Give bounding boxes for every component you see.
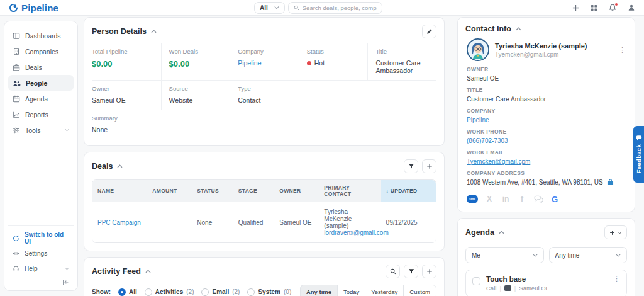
sidebar-item-companies[interactable]: Companies: [8, 43, 74, 59]
edit-person-button[interactable]: [422, 25, 436, 38]
search-scope-select[interactable]: All: [254, 2, 285, 14]
google-icon[interactable]: G: [550, 194, 560, 204]
agenda-panel: Agenda Me Any time: [457, 218, 635, 296]
notification-badge: [614, 3, 618, 6]
help-label: Help: [25, 265, 38, 272]
reports-icon: [13, 111, 20, 118]
add-agenda-button[interactable]: [604, 225, 627, 239]
company-link[interactable]: Pipeline: [238, 59, 292, 67]
column-header-stage[interactable]: STAGE: [233, 180, 275, 202]
deals-filter-button[interactable]: [404, 159, 418, 173]
sidebar-collapse-button[interactable]: [8, 276, 74, 285]
contact-company-link[interactable]: Pipeline: [467, 117, 626, 123]
chat-icon[interactable]: [533, 194, 543, 204]
filter-radio-system[interactable]: System (0): [247, 288, 291, 296]
global-search-input[interactable]: [303, 4, 377, 11]
agenda-owner-select[interactable]: Me: [465, 247, 544, 263]
field-value: Contact: [238, 96, 430, 104]
sms-icon[interactable]: sms: [467, 195, 478, 203]
agenda-item-checkbox[interactable]: [472, 277, 480, 285]
radio-icon: [201, 288, 209, 296]
deal-amount: [147, 202, 192, 242]
time-filter-today[interactable]: Today: [337, 285, 365, 296]
add-activity-button[interactable]: [422, 265, 436, 278]
field-label: Title: [375, 48, 430, 55]
field-value: $0.00: [169, 59, 224, 69]
collapse-chevron-icon[interactable]: [151, 30, 157, 33]
column-header-name[interactable]: NAME: [92, 180, 147, 202]
collapse-chevron-icon[interactable]: [117, 164, 123, 168]
sidebar-item-label: Agenda: [25, 95, 48, 103]
add-deal-button[interactable]: [422, 159, 436, 173]
social-icons-row: sms X in f G: [467, 194, 626, 204]
topbar-actions: [572, 4, 635, 11]
app-logo[interactable]: Pipeline: [9, 3, 254, 13]
agenda-title: Agenda: [465, 228, 494, 237]
contact-menu-icon[interactable]: ⋮: [619, 47, 626, 54]
deals-table: NAME AMOUNT STATUS STAGE OWNER PRIMARY C…: [92, 179, 436, 243]
top-header: Pipeline All: [0, 0, 644, 16]
filter-radio-all[interactable]: All: [118, 288, 137, 296]
sidebar-item-reports[interactable]: Reports: [8, 106, 74, 122]
chevron-down-icon: [65, 267, 69, 270]
deal-row[interactable]: PPC Campaign None Qualified Sameul OE Ty…: [92, 202, 436, 242]
time-filter-anytime[interactable]: Any time: [300, 285, 337, 296]
agenda-time-select[interactable]: Any time: [549, 247, 628, 263]
time-filter-custom[interactable]: Custom: [403, 285, 436, 296]
agenda-item-menu-icon[interactable]: ⋮: [613, 275, 620, 282]
right-sidebar: Contact Info Tyriesha McKenzie (sample) …: [457, 17, 635, 296]
sidebar-item-tools[interactable]: Tools: [8, 122, 74, 138]
status-hot-dot: [307, 61, 311, 65]
filter-radio-activities[interactable]: Activities (2): [145, 288, 194, 296]
tools-icon: [13, 127, 20, 134]
facebook-icon[interactable]: f: [517, 194, 527, 204]
deal-owner: Sameul OE: [274, 202, 319, 242]
agenda-item[interactable]: Touch base Call | | Sameul OE ⋮: [465, 270, 627, 296]
global-search-box[interactable]: [288, 2, 382, 14]
switch-to-old-ui-link[interactable]: Switch to old UI: [8, 231, 74, 245]
column-header-owner[interactable]: OWNER: [274, 180, 319, 202]
address-map-icon[interactable]: [607, 179, 614, 186]
notifications-bell-icon[interactable]: [609, 4, 616, 11]
sort-desc-icon: ↓: [386, 188, 389, 194]
sidebar-item-deals[interactable]: Deals: [8, 59, 74, 75]
contact-email-link[interactable]: Tyemcken@gmail.cpm: [467, 158, 626, 165]
feed-search-button[interactable]: [386, 265, 400, 278]
apps-grid-icon[interactable]: [591, 4, 597, 11]
chevron-down-icon: [616, 254, 621, 257]
feed-filter-button[interactable]: [404, 265, 418, 278]
field-company: Company Pipeline: [230, 43, 299, 80]
column-header-status[interactable]: STATUS: [192, 180, 233, 202]
sidebar-item-agenda[interactable]: Agenda: [8, 91, 74, 106]
column-header-amount[interactable]: AMOUNT: [147, 180, 192, 202]
collapse-chevron-icon[interactable]: [145, 270, 151, 273]
contact-avatar: [467, 38, 489, 61]
contact-phone-link[interactable]: (866)702-7303: [467, 137, 626, 144]
column-header-updated[interactable]: ↓ UPDATED: [381, 180, 436, 202]
field-value: Sameul OE: [92, 96, 155, 104]
contact-info-panel: Contact Info Tyriesha McKenzie (sample) …: [457, 17, 635, 212]
settings-item[interactable]: Settings: [8, 246, 74, 260]
app-logo-text: Pipeline: [21, 3, 58, 13]
filter-radio-email[interactable]: Email (2): [201, 288, 240, 296]
column-header-primary-contact[interactable]: PRIMARY CONTACT: [319, 180, 380, 202]
x-twitter-icon[interactable]: X: [484, 194, 494, 204]
sidebar-item-people[interactable]: People: [8, 75, 74, 91]
help-item[interactable]: Help: [8, 261, 74, 275]
sidebar-item-dashboards[interactable]: Dashboards: [8, 28, 74, 43]
deals-icon: [13, 64, 20, 71]
contact-title: TITLE Customer Care Ambassador: [467, 87, 626, 103]
primary-contact-email-link[interactable]: lordravenx@gmail.com: [324, 229, 388, 236]
sidebar-item-label: Dashboards: [25, 32, 61, 40]
contact-info-title: Contact Info: [465, 25, 511, 33]
collapse-chevron-icon[interactable]: [516, 27, 521, 31]
user-icon[interactable]: [628, 4, 635, 11]
deal-name-link[interactable]: PPC Campaign: [97, 219, 141, 226]
plus-icon[interactable]: [572, 4, 579, 11]
time-filter-yesterday[interactable]: Yesterday: [365, 285, 403, 296]
collapse-chevron-icon[interactable]: [499, 231, 504, 234]
refresh-icon: [13, 235, 19, 242]
field-label: Owner: [92, 85, 155, 92]
linkedin-icon[interactable]: in: [501, 194, 511, 204]
feedback-button[interactable]: Feedback: [633, 126, 644, 183]
